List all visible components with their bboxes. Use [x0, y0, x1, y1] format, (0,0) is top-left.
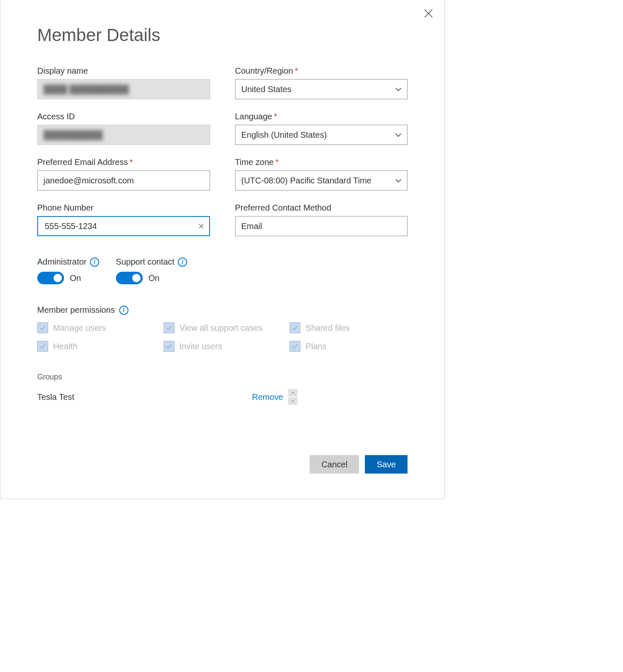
field-phone: Phone Number: [37, 203, 210, 236]
info-icon[interactable]: i: [119, 306, 128, 315]
country-label: Country/Region*: [235, 66, 408, 76]
group-row: Tesla Test Remove: [37, 389, 408, 405]
groups-section: Groups Tesla Test Remove: [37, 373, 408, 405]
phone-input-wrapper: [37, 216, 210, 236]
language-value: English (United States): [241, 130, 327, 140]
phone-label: Phone Number: [37, 203, 210, 213]
support-contact-switch[interactable]: [116, 272, 143, 284]
display-name-label: Display name: [37, 66, 210, 76]
group-order-spinner: [288, 389, 297, 405]
timezone-select[interactable]: (UTC-08:00) Pacific Standard Time: [235, 170, 408, 191]
page-title: Member Details: [37, 25, 408, 45]
group-name: Tesla Test: [37, 392, 252, 402]
access-id-value: ██████████: [44, 130, 103, 140]
remove-group-link[interactable]: Remove: [252, 392, 283, 402]
info-icon[interactable]: i: [90, 257, 99, 267]
form-grid: Display name ████ ██████████ Country/Reg…: [37, 66, 408, 236]
email-label: Preferred Email Address*: [37, 157, 210, 167]
field-email: Preferred Email Address*: [37, 157, 210, 191]
contact-method-label: Preferred Contact Method: [235, 203, 408, 213]
field-access-id: Access ID ██████████: [37, 112, 210, 145]
close-icon[interactable]: [423, 8, 434, 19]
perm-health: Health: [37, 341, 155, 352]
groups-title: Groups: [37, 373, 408, 381]
country-select[interactable]: United States: [235, 79, 408, 99]
perm-shared-files: Shared files: [290, 322, 408, 333]
administrator-state: On: [70, 273, 81, 283]
permissions-section: Member permissions i Manage users View a…: [37, 305, 408, 352]
administrator-toggle-group: Administrator i On: [37, 257, 99, 284]
chevron-down-icon: [394, 85, 403, 94]
info-icon[interactable]: i: [178, 257, 187, 267]
checkbox-checked-disabled: [37, 341, 48, 352]
chevron-down-icon: [394, 130, 403, 139]
field-country: Country/Region* United States: [235, 66, 408, 99]
perm-plans: Plans: [290, 341, 408, 352]
contact-method-input[interactable]: [235, 216, 408, 236]
timezone-label: Time zone*: [235, 157, 408, 167]
support-contact-label: Support contact: [116, 257, 174, 267]
dialog-footer: Cancel Save: [37, 455, 408, 474]
perm-view-support-cases: View all support cases: [164, 322, 282, 333]
spinner-down-icon[interactable]: [288, 397, 297, 405]
field-contact-method: Preferred Contact Method: [235, 203, 408, 236]
checkbox-checked-disabled: [37, 322, 48, 333]
support-contact-state: On: [149, 273, 160, 283]
access-id-input: ██████████: [37, 125, 210, 145]
member-details-dialog: Member Details Display name ████ ███████…: [0, 0, 445, 499]
timezone-value: (UTC-08:00) Pacific Standard Time: [241, 176, 372, 185]
support-contact-toggle-group: Support contact i On: [116, 257, 187, 284]
permissions-grid: Manage users View all support cases Shar…: [37, 322, 408, 352]
field-language: Language* English (United States): [235, 112, 408, 145]
administrator-label: Administrator: [37, 257, 87, 267]
perm-manage-users: Manage users: [37, 322, 155, 333]
toggles-row: Administrator i On Support contact i On: [37, 257, 408, 284]
checkbox-checked-disabled: [290, 341, 300, 352]
checkbox-checked-disabled: [290, 322, 300, 333]
access-id-label: Access ID: [37, 112, 210, 121]
checkbox-checked-disabled: [164, 322, 174, 333]
chevron-down-icon: [394, 176, 403, 185]
email-input[interactable]: [37, 170, 210, 191]
language-select[interactable]: English (United States): [235, 125, 408, 145]
spinner-up-icon[interactable]: [288, 389, 297, 397]
display-name-value: ████ ██████████: [44, 85, 129, 94]
language-label: Language*: [235, 112, 408, 121]
display-name-input: ████ ██████████: [37, 79, 210, 99]
cancel-button[interactable]: Cancel: [310, 455, 359, 474]
permissions-title: Member permissions: [37, 305, 115, 315]
checkbox-checked-disabled: [164, 341, 174, 352]
field-display-name: Display name ████ ██████████: [37, 66, 210, 99]
administrator-switch[interactable]: [37, 272, 64, 284]
clear-icon[interactable]: [197, 222, 205, 230]
save-button[interactable]: Save: [365, 455, 408, 474]
phone-input[interactable]: [44, 217, 197, 235]
country-value: United States: [241, 85, 292, 94]
perm-invite-users: Invite users: [164, 341, 282, 352]
field-timezone: Time zone* (UTC-08:00) Pacific Standard …: [235, 157, 408, 191]
